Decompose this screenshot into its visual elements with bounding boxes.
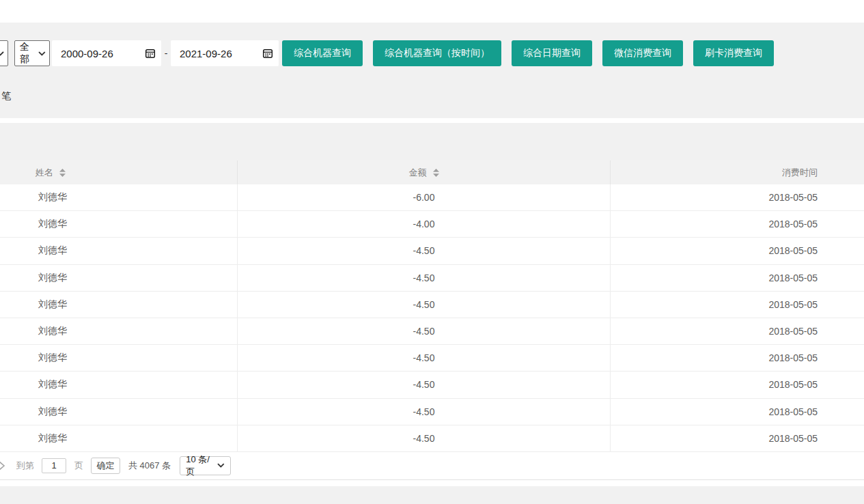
cell-name: 刘德华	[0, 184, 237, 210]
page-unit-label: 页	[74, 460, 83, 472]
cell-amount: -4.50	[237, 238, 610, 264]
top-whitespace	[0, 0, 864, 23]
table-row: 刘德华 -4.50 2018-05-05	[0, 372, 864, 398]
cell-amount: -4.50	[237, 265, 610, 291]
cell-time: 2018-05-05	[610, 372, 864, 397]
chevron-down-icon	[217, 463, 225, 468]
cell-time: 2018-05-05	[610, 399, 864, 425]
cell-amount: -4.50	[237, 372, 610, 397]
cell-name: 刘德华	[0, 318, 237, 344]
column-header-amount[interactable]: 金额	[237, 160, 610, 184]
query-button[interactable]: 综合机器查询	[282, 40, 363, 66]
filter-select[interactable]: 全部	[14, 40, 50, 66]
column-header-label: 金额	[409, 167, 427, 179]
table-header-row: 姓名 金额 消费时间	[0, 160, 864, 184]
cell-name: 刘德华	[0, 425, 237, 451]
calendar-icon[interactable]	[262, 48, 273, 59]
cell-amount: -4.50	[237, 345, 610, 371]
cropped-left-select[interactable]	[0, 40, 8, 66]
cell-amount: -4.50	[237, 292, 610, 318]
cell-time: 2018-05-05	[610, 425, 864, 451]
calendar-icon[interactable]	[145, 48, 156, 59]
chevron-down-icon	[0, 51, 4, 56]
query-button[interactable]: 刷卡消费查询	[693, 40, 774, 66]
table-row: 刘德华 -4.50 2018-05-05	[0, 318, 864, 345]
cell-time: 2018-05-05	[610, 238, 864, 264]
query-button[interactable]: 综合日期查询	[512, 40, 592, 66]
query-button[interactable]: 微信消费查询	[602, 40, 683, 66]
column-header-label: 消费时间	[782, 167, 818, 179]
bottom-whitespace	[0, 480, 864, 486]
table-row: 刘德华 -4.50 2018-05-05	[0, 238, 864, 264]
date-to-value: 2021-09-26	[180, 48, 232, 59]
table-row: 刘德华 -4.50 2018-05-05	[0, 292, 864, 318]
query-button[interactable]: 综合机器查询（按时间）	[373, 40, 501, 66]
toolbar-controls: 全部 2000-09-26 - 2021-09-26	[0, 40, 864, 66]
page-size-select[interactable]: 10 条/页	[180, 456, 231, 475]
query-toolbar: 全部 2000-09-26 - 2021-09-26	[0, 23, 864, 118]
table-row: 刘德华 -4.50 2018-05-05	[0, 425, 864, 452]
cell-name: 刘德华	[0, 372, 237, 397]
query-button-group: 综合机器查询 综合机器查询（按时间） 综合日期查询 微信消费查询 刷卡消费查询	[282, 40, 784, 66]
table-row: 刘德华 -4.50 2018-05-05	[0, 345, 864, 372]
table-body: 刘德华 -6.00 2018-05-05 刘德华 -4.00 2018-05-0…	[0, 184, 864, 452]
date-range-separator: -	[161, 48, 171, 59]
chevron-down-icon	[38, 51, 46, 56]
page-number-input[interactable]	[42, 458, 66, 473]
cell-time: 2018-05-05	[610, 318, 864, 344]
date-to-input[interactable]: 2021-09-26	[171, 40, 279, 66]
sort-icon[interactable]	[433, 169, 439, 177]
cell-name: 刘德华	[0, 211, 237, 237]
cell-amount: -4.50	[237, 399, 610, 425]
cell-name: 刘德华	[0, 345, 237, 371]
cell-time: 2018-05-05	[610, 292, 864, 318]
pagination-bar: 到第 页 确定 共 4067 条 10 条/页	[0, 452, 864, 479]
cell-amount: -6.00	[237, 184, 610, 210]
cell-amount: -4.50	[237, 425, 610, 451]
cell-name: 刘德华	[0, 292, 237, 318]
cell-amount: -4.00	[237, 211, 610, 237]
cell-name: 刘德华	[0, 399, 237, 425]
record-count-partial: 笔	[0, 90, 864, 101]
cell-time: 2018-05-05	[610, 184, 864, 210]
cell-time: 2018-05-05	[610, 345, 864, 371]
table-row: 刘德华 -4.50 2018-05-05	[0, 265, 864, 292]
table-row: 刘德华 -6.00 2018-05-05	[0, 184, 864, 211]
page-size-value: 10 条/页	[186, 453, 217, 478]
next-page-icon[interactable]	[0, 460, 6, 471]
cell-amount: -4.50	[237, 318, 610, 344]
column-header-time: 消费时间	[610, 160, 864, 184]
column-header-label: 姓名	[36, 167, 53, 179]
results-table: 姓名 金额 消费时间 刘德华 -6.00 2018-05-05 刘德华	[0, 160, 864, 452]
filter-select-value: 全部	[20, 41, 38, 66]
column-header-name[interactable]: 姓名	[0, 160, 237, 184]
total-count-label: 共 4067 条	[128, 460, 171, 472]
date-from-value: 2000-09-26	[61, 48, 113, 59]
cell-name: 刘德华	[0, 238, 237, 264]
cell-name: 刘德华	[0, 265, 237, 291]
section-gap	[0, 118, 864, 123]
table-card-top	[0, 123, 864, 160]
date-from-input[interactable]: 2000-09-26	[52, 40, 161, 66]
sort-icon[interactable]	[59, 169, 66, 177]
cell-time: 2018-05-05	[610, 265, 864, 291]
confirm-page-button[interactable]: 确定	[91, 458, 120, 474]
bottom-band	[0, 486, 864, 504]
table-row: 刘德华 -4.00 2018-05-05	[0, 211, 864, 238]
table-row: 刘德华 -4.50 2018-05-05	[0, 399, 864, 425]
goto-page-label: 到第	[16, 460, 34, 472]
cell-time: 2018-05-05	[610, 211, 864, 237]
